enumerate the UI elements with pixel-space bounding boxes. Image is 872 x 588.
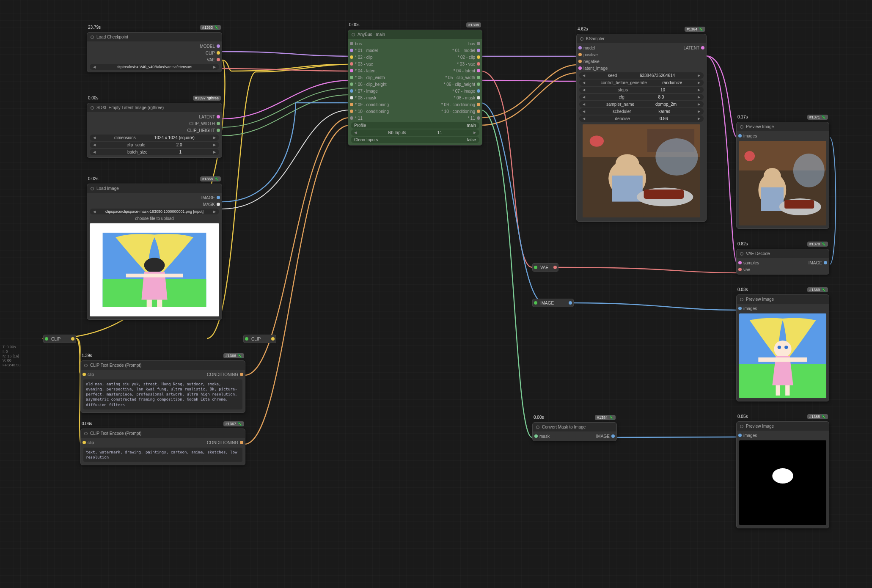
port-latent-image: latent_image bbox=[583, 66, 608, 71]
anybus-row: * 02 - clip* 02 - clip bbox=[348, 54, 482, 60]
node-title: Load Checkpoint bbox=[96, 35, 128, 39]
node-header[interactable]: CLIP Text Encode (Prompt) bbox=[81, 361, 245, 370]
svg-rect-15 bbox=[644, 190, 684, 199]
reroute-vae[interactable]: VAE bbox=[532, 263, 558, 272]
node-header[interactable]: Convert Mask to Image bbox=[533, 423, 616, 431]
port-image: IMAGE bbox=[596, 434, 610, 439]
widget-scheduler[interactable]: ◀schedulerkarras▶ bbox=[579, 108, 704, 115]
node-preview-image-1[interactable]: 0.17s #1371 Preview Image images bbox=[736, 122, 829, 229]
widget-dimensions[interactable]: ◀dimensions1024 x 1024 (square)▶ bbox=[90, 135, 219, 141]
port-conditioning: CONDITIONING bbox=[207, 372, 238, 377]
svg-point-25 bbox=[793, 154, 825, 187]
port-out: * 03 - vae bbox=[457, 62, 475, 66]
node-header[interactable]: Preview Image bbox=[737, 122, 829, 131]
widget-clean-inputs[interactable]: Clean Inputsfalse bbox=[351, 137, 479, 143]
svg-point-35 bbox=[772, 468, 793, 484]
node-title: CLIP Text Encode (Prompt) bbox=[90, 431, 141, 436]
node-load-image[interactable]: 0.02s #1368 Load Image IMAGE MASK ◀clips… bbox=[87, 184, 222, 320]
widget-steps[interactable]: ◀steps10▶ bbox=[579, 87, 704, 93]
svg-rect-24 bbox=[784, 200, 814, 209]
collapse-icon[interactable] bbox=[91, 187, 94, 190]
reroute-clip-left[interactable]: CLIP bbox=[43, 335, 76, 343]
preview-image bbox=[739, 141, 826, 225]
collapse-icon[interactable] bbox=[536, 426, 539, 429]
widget-batch-size[interactable]: ◀batch_size1▶ bbox=[90, 149, 219, 155]
node-sdxl-empty-latent[interactable]: 0.00s #1397 rgthree SDXL Empty Latent Im… bbox=[87, 103, 222, 158]
widget-sampler_name[interactable]: ◀sampler_namedpmpp_2m▶ bbox=[579, 101, 704, 107]
port-positive: positive bbox=[583, 52, 598, 57]
button-choose-file[interactable]: choose file to upload bbox=[90, 215, 219, 222]
preview-image bbox=[739, 313, 826, 398]
prompt-textbox[interactable]: old man, eating siu yuk, street, Hong Ko… bbox=[83, 379, 242, 409]
node-title: SDXL Empty Latent Image (rgthree) bbox=[96, 105, 164, 110]
port-samples: samples bbox=[743, 261, 759, 265]
svg-point-30 bbox=[784, 346, 788, 349]
widget-profile[interactable]: Profilemain bbox=[351, 122, 479, 129]
node-header[interactable]: CLIP Text Encode (Prompt) bbox=[81, 429, 245, 438]
port-latent: LATENT bbox=[683, 46, 699, 50]
widget-cfg[interactable]: ◀cfg8.0▶ bbox=[579, 94, 704, 100]
port-out: * 02 - clip bbox=[457, 55, 475, 60]
port-vae: vae bbox=[743, 267, 750, 272]
node-ksampler[interactable]: 4.62s #1364 KSampler modelLATENT positiv… bbox=[576, 34, 707, 222]
node-title: Preview Image bbox=[746, 424, 774, 429]
collapse-icon[interactable] bbox=[740, 125, 743, 129]
reroute-clip-right[interactable]: CLIP bbox=[243, 335, 276, 343]
widget-image-file[interactable]: ◀clipspace/clipspace-mask-183050.1000000… bbox=[90, 209, 219, 214]
collapse-icon[interactable] bbox=[84, 432, 88, 435]
collapse-icon[interactable] bbox=[91, 36, 94, 39]
anybus-row: * 07 - image* 07 - image bbox=[348, 88, 482, 94]
reroute-image[interactable]: IMAGE bbox=[532, 299, 574, 307]
ksampler-preview bbox=[583, 124, 700, 217]
node-clip-text-encode-negative[interactable]: 0.06s #1367 CLIP Text Encode (Prompt) cl… bbox=[80, 429, 245, 465]
port-in: * 11 bbox=[355, 116, 363, 121]
collapse-icon[interactable] bbox=[84, 364, 88, 367]
collapse-icon[interactable] bbox=[740, 252, 743, 256]
node-header[interactable]: Load Image bbox=[87, 184, 222, 193]
node-convert-mask-to-image[interactable]: 0.00s #1384 Convert Mask to Image mask I… bbox=[532, 422, 617, 441]
node-vae-decode[interactable]: 0.82s #1370 VAE Decode samplesIMAGE vae bbox=[736, 249, 829, 275]
collapse-icon[interactable] bbox=[352, 33, 355, 36]
widget-nb-inputs[interactable]: ◀Nb Inputs11▶ bbox=[351, 129, 479, 136]
svg-point-19 bbox=[744, 151, 755, 161]
widget-clip-scale[interactable]: ◀clip_scale2.0▶ bbox=[90, 142, 219, 148]
port-in: * 04 - latent bbox=[355, 69, 377, 73]
node-header[interactable]: Preview Image bbox=[737, 295, 829, 304]
anybus-row: * 11* 11 bbox=[348, 115, 482, 121]
anybus-row: busbus bbox=[348, 40, 482, 47]
prompt-textbox[interactable]: text, watermark, drawing, paintings, car… bbox=[83, 448, 242, 462]
node-load-checkpoint[interactable]: 23.79s #1363 Load Checkpoint MODEL CLIP … bbox=[87, 32, 222, 72]
node-header[interactable]: SDXL Empty Latent Image (rgthree) bbox=[87, 103, 222, 112]
node-preview-image-3[interactable]: 0.05s #1385 Preview Image images bbox=[736, 421, 829, 528]
node-header[interactable]: VAE Decode bbox=[737, 249, 829, 258]
widget-control_before_generate[interactable]: ◀control_before_generaterandomize▶ bbox=[579, 80, 704, 86]
node-title: CLIP Text Encode (Prompt) bbox=[90, 363, 141, 368]
widget-ckpt-name[interactable]: ◀ ckptrealvsisxIV40_v40Bakedvae.safetens… bbox=[90, 64, 219, 70]
port-in: * 10 - conditioning bbox=[355, 109, 389, 114]
node-title: AnyBus - main bbox=[358, 32, 385, 37]
port-in: * 02 - clip bbox=[355, 55, 373, 60]
node-title: Convert Mask to Image bbox=[542, 425, 586, 429]
svg-rect-6 bbox=[157, 299, 162, 307]
port-clip: clip bbox=[88, 440, 94, 445]
port-out: bus bbox=[468, 41, 475, 46]
node-clip-text-encode-positive[interactable]: 1.39s #1366 CLIP Text Encode (Prompt) cl… bbox=[80, 360, 245, 413]
node-anybus[interactable]: 0.00s #1398 AnyBus - main busbus* 01 - m… bbox=[348, 30, 482, 146]
widget-seed[interactable]: ◀seed633846735264614▶ bbox=[579, 72, 704, 79]
svg-point-16 bbox=[655, 138, 698, 176]
collapse-icon[interactable] bbox=[91, 106, 94, 110]
node-header[interactable]: Preview Image bbox=[737, 422, 829, 431]
port-images: images bbox=[743, 306, 757, 311]
node-header[interactable]: AnyBus - main bbox=[348, 30, 482, 39]
port-clip-height: CLIP_HEIGHT bbox=[187, 128, 215, 133]
node-id: #1363 bbox=[200, 25, 221, 30]
node-header[interactable]: KSampler bbox=[577, 34, 706, 43]
anybus-row: * 05 - clip_width* 05 - clip_width bbox=[348, 74, 482, 81]
port-in: * 01 - model bbox=[355, 48, 378, 53]
collapse-icon[interactable] bbox=[580, 37, 583, 41]
node-header[interactable]: Load Checkpoint bbox=[87, 33, 222, 41]
collapse-icon[interactable] bbox=[740, 425, 743, 428]
widget-denoise[interactable]: ◀denoise0.86▶ bbox=[579, 115, 704, 122]
node-preview-image-2[interactable]: 0.03s #1369 Preview Image images bbox=[736, 294, 829, 401]
collapse-icon[interactable] bbox=[740, 298, 743, 301]
